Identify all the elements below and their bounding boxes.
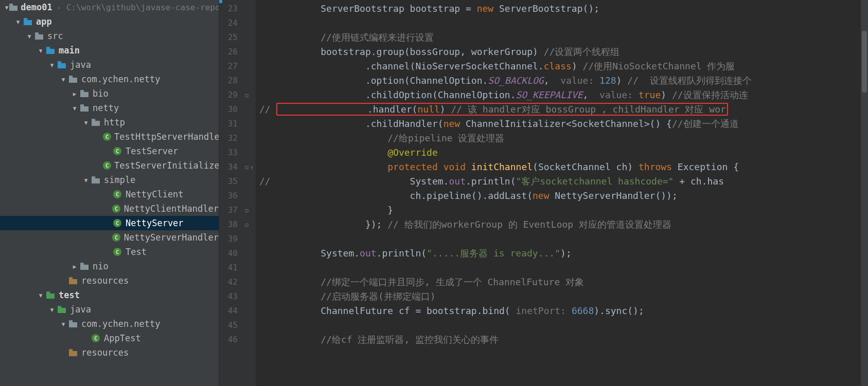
tree-folder-java[interactable]: ▾java bbox=[0, 58, 219, 72]
tree-folder-app[interactable]: ▾app bbox=[0, 14, 219, 29]
tree-folder-com.ychen.netty[interactable]: ▾com.ychen.netty bbox=[0, 72, 219, 86]
code-line[interactable]: //给cf 注册监听器, 监控我们关心的事件 bbox=[259, 333, 868, 347]
line-number[interactable]: 45 bbox=[219, 318, 238, 333]
code-line[interactable]: ServerBootstrap bootstrap = new ServerBo… bbox=[259, 2, 868, 16]
tree-file-NettyServerHandler[interactable]: CNettyServerHandler bbox=[0, 230, 219, 245]
tree-twisty[interactable]: ▾ bbox=[59, 74, 68, 84]
tree-folder-test[interactable]: ▾test bbox=[0, 288, 219, 302]
tree-twisty[interactable]: ▾ bbox=[70, 103, 79, 113]
tree-folder-demo01[interactable]: ▾demo01- C:\work\github\javase-case-repo… bbox=[0, 0, 219, 14]
code-line[interactable]: //给pipeline 设置处理器 bbox=[259, 131, 868, 145]
code-area[interactable]: ServerBootstrap bootstrap = new ServerBo… bbox=[256, 0, 868, 386]
tree-twisty[interactable]: ▾ bbox=[81, 175, 91, 185]
code-line[interactable]: ch.pipeline().addLast(new NettyServerHan… bbox=[259, 189, 868, 203]
tree-twisty[interactable]: ▾ bbox=[25, 31, 34, 41]
code-editor[interactable]: 2324252627282930313233343536373839404142… bbox=[219, 0, 868, 386]
tree-file-Test[interactable]: CTest bbox=[0, 245, 219, 259]
override-marker-icon[interactable]: ↑ bbox=[250, 164, 254, 171]
line-number[interactable]: 35 bbox=[219, 174, 238, 189]
tree-twisty[interactable]: ▸ bbox=[70, 88, 79, 99]
tree-folder-netty[interactable]: ▾netty bbox=[0, 101, 219, 115]
tree-folder-src[interactable]: ▾src bbox=[0, 29, 219, 43]
gutter-marks[interactable]: ⊟⊟↑⊟⊟ bbox=[242, 0, 256, 386]
fold-handle-icon[interactable]: ⊟ bbox=[245, 222, 249, 229]
tree-folder-bio[interactable]: ▸bio bbox=[0, 86, 219, 101]
line-number[interactable]: 26 bbox=[219, 45, 238, 59]
line-number[interactable]: 29 bbox=[219, 88, 238, 102]
tree-twisty[interactable]: ▸ bbox=[70, 261, 79, 271]
code-line[interactable]: .channel(NioServerSocketChannel.class) /… bbox=[259, 59, 868, 73]
line-number[interactable]: 44 bbox=[219, 304, 238, 318]
tree-twisty[interactable]: ▾ bbox=[13, 16, 23, 27]
line-number[interactable]: 23 bbox=[219, 2, 238, 16]
tree-folder-java[interactable]: ▾java bbox=[0, 302, 219, 317]
code-line[interactable]: //启动服务器(并绑定端口) bbox=[259, 289, 868, 304]
code-line[interactable]: // System.out.println("客户socketchannel h… bbox=[259, 174, 868, 189]
code-line[interactable] bbox=[259, 232, 868, 246]
tree-file-NettyClientHandler[interactable]: CNettyClientHandler bbox=[0, 201, 219, 216]
code-line[interactable]: protected void initChannel(SocketChannel… bbox=[259, 160, 868, 174]
tree-folder-nio[interactable]: ▸nio bbox=[0, 259, 219, 273]
tree-twisty[interactable]: ▾ bbox=[4, 2, 9, 12]
code-line[interactable]: //使用链式编程来进行设置 bbox=[259, 30, 868, 45]
code-line[interactable]: ChannelFuture cf = bootstrap.bind( inetP… bbox=[259, 304, 868, 318]
tree-twisty[interactable]: ▾ bbox=[59, 319, 68, 329]
tree-twisty[interactable]: ▾ bbox=[36, 45, 45, 56]
line-number[interactable]: 46 bbox=[219, 333, 238, 347]
scroll-thumb[interactable] bbox=[862, 31, 867, 93]
tree-folder-simple[interactable]: ▾simple bbox=[0, 173, 219, 187]
line-number[interactable]: 32 bbox=[219, 131, 238, 145]
line-number[interactable]: 36 bbox=[219, 189, 238, 203]
line-number[interactable]: 30 bbox=[219, 102, 238, 117]
code-line[interactable] bbox=[259, 16, 868, 30]
line-number[interactable]: 39 bbox=[219, 232, 238, 246]
tree-twisty[interactable]: ▾ bbox=[36, 290, 45, 300]
code-line[interactable] bbox=[259, 318, 868, 333]
line-number[interactable]: 42 bbox=[219, 275, 238, 289]
folder-icon bbox=[57, 306, 67, 313]
tree-folder-resources[interactable]: resources bbox=[0, 345, 219, 360]
tree-file-AppTest[interactable]: CAppTest bbox=[0, 331, 219, 345]
line-number[interactable]: 28 bbox=[219, 73, 238, 88]
line-number[interactable]: 43 bbox=[219, 289, 238, 304]
code-line[interactable]: System.out.println(".....服务器 is ready...… bbox=[259, 246, 868, 261]
editor-scrollbar[interactable] bbox=[861, 0, 868, 386]
tree-folder-main[interactable]: ▾main bbox=[0, 43, 219, 58]
tree-folder-resources[interactable]: resources bbox=[0, 273, 219, 288]
line-number[interactable]: 33 bbox=[219, 145, 238, 160]
line-number[interactable]: 24 bbox=[219, 16, 238, 30]
fold-handle-icon[interactable]: ⊟ bbox=[245, 207, 249, 214]
tree-file-NettyClient[interactable]: CNettyClient bbox=[0, 187, 219, 201]
project-tree[interactable]: ▾demo01- C:\work\github\javase-case-repo… bbox=[0, 0, 219, 386]
tree-file-NettyServer[interactable]: CNettyServer bbox=[0, 216, 219, 230]
tree-file-TestServer[interactable]: CTestServer bbox=[0, 144, 219, 158]
code-line[interactable]: } bbox=[259, 203, 868, 217]
tree-twisty[interactable]: ▾ bbox=[47, 304, 57, 315]
fold-handle-icon[interactable]: ⊟ bbox=[245, 164, 249, 171]
line-number[interactable]: 27 bbox=[219, 59, 238, 73]
tree-twisty[interactable]: ▾ bbox=[47, 60, 57, 70]
line-number[interactable]: 34 bbox=[219, 160, 238, 174]
line-number[interactable]: 25 bbox=[219, 30, 238, 45]
line-number[interactable]: 37 bbox=[219, 203, 238, 217]
line-number[interactable]: 38 bbox=[219, 217, 238, 232]
code-line[interactable]: @Override bbox=[259, 145, 868, 160]
tree-file-TestHttpServerHandler[interactable]: CTestHttpServerHandler bbox=[0, 130, 219, 144]
code-line[interactable]: // .handler(null) // 该 handler对应 bossGro… bbox=[259, 102, 868, 117]
gutter-line-numbers[interactable]: 2324252627282930313233343536373839404142… bbox=[219, 0, 242, 386]
code-line[interactable]: }); // 给我们的workerGroup 的 EventLoop 对应的管道… bbox=[259, 217, 868, 232]
line-number[interactable]: 31 bbox=[219, 117, 238, 131]
code-line[interactable]: .childOption(ChannelOption.SO_KEEPALIVE,… bbox=[259, 88, 868, 102]
tree-folder-com.ychen.netty[interactable]: ▾com.ychen.netty bbox=[0, 317, 219, 331]
tree-twisty[interactable]: ▾ bbox=[81, 117, 91, 127]
line-number[interactable]: 41 bbox=[219, 261, 238, 275]
line-number[interactable]: 40 bbox=[219, 246, 238, 261]
code-line[interactable]: .childHandler(new ChannelInitializer<Soc… bbox=[259, 117, 868, 131]
code-line[interactable]: .option(ChannelOption.SO_BACKLOG, value:… bbox=[259, 73, 868, 88]
code-line[interactable] bbox=[259, 261, 868, 275]
tree-folder-http[interactable]: ▾http bbox=[0, 115, 219, 130]
fold-handle-icon[interactable]: ⊟ bbox=[245, 92, 249, 99]
code-line[interactable]: bootstrap.group(bossGroup, workerGroup) … bbox=[259, 45, 868, 59]
code-line[interactable]: //绑定一个端口并且同步, 生成了一个 ChannelFuture 对象 bbox=[259, 275, 868, 289]
tree-file-TestServerInitializer[interactable]: CTestServerInitializer bbox=[0, 158, 219, 173]
